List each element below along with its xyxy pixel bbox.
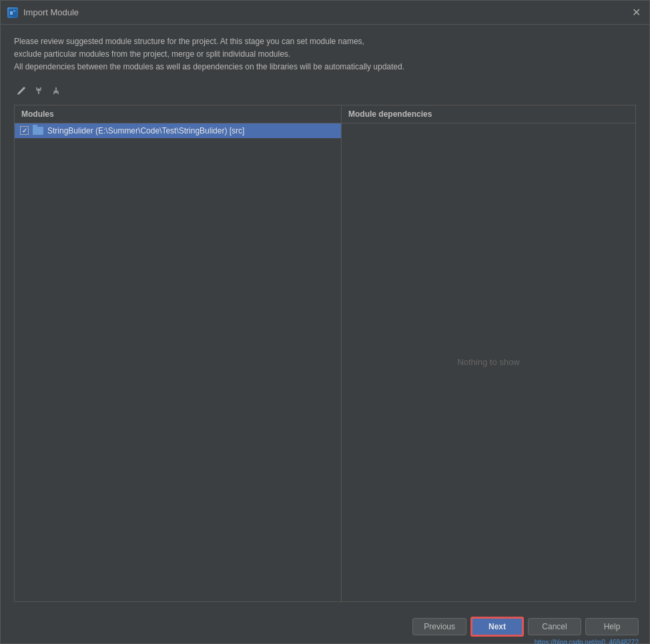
split-button[interactable] <box>49 83 63 98</box>
svg-rect-2 <box>13 10 15 12</box>
folder-icon <box>33 127 43 135</box>
help-button[interactable]: Help <box>585 618 639 635</box>
checkbox-check-icon: ✓ <box>22 127 27 134</box>
close-button[interactable]: ✕ <box>629 6 643 19</box>
modules-panel-body[interactable]: ✓ StringBulider (E:\Summer\Code\Test\Str… <box>15 123 341 601</box>
description-text: Please review suggested module structure… <box>14 35 636 74</box>
edit-button[interactable] <box>14 83 29 98</box>
dialog-content: Please review suggested module structure… <box>1 25 649 610</box>
dialog-icon <box>7 7 18 18</box>
modules-panel-header: Modules <box>15 105 341 123</box>
dependencies-panel: Module dependencies Nothing to show <box>342 105 635 601</box>
title-bar: Import Module ✕ <box>1 1 649 25</box>
previous-button[interactable]: Previous <box>412 618 466 635</box>
watermark-text: https://blog.csdn.net/m0_46848272 <box>535 639 639 644</box>
panels-container: Modules ✓ StringBulider (E:\Summer\Code\… <box>14 105 636 602</box>
nothing-to-show: Nothing to show <box>342 123 635 601</box>
module-item[interactable]: ✓ StringBulider (E:\Summer\Code\Test\Str… <box>15 123 341 138</box>
module-checkbox[interactable]: ✓ <box>20 126 29 135</box>
dialog-footer: Previous Next Cancel Help https://blog.c… <box>1 610 649 643</box>
import-module-dialog: Import Module ✕ Please review suggested … <box>0 0 650 644</box>
merge-button[interactable] <box>31 83 46 98</box>
toolbar <box>14 83 636 98</box>
cancel-button[interactable]: Cancel <box>528 618 581 635</box>
next-button[interactable]: Next <box>470 617 524 637</box>
title-bar-left: Import Module <box>7 7 79 18</box>
dialog-title: Import Module <box>23 7 79 17</box>
modules-panel: Modules ✓ StringBulider (E:\Summer\Code\… <box>15 105 342 601</box>
module-name: StringBulider (E:\Summer\Code\Test\Strin… <box>47 126 244 135</box>
svg-rect-1 <box>10 11 13 15</box>
dependencies-panel-header: Module dependencies <box>342 105 635 123</box>
